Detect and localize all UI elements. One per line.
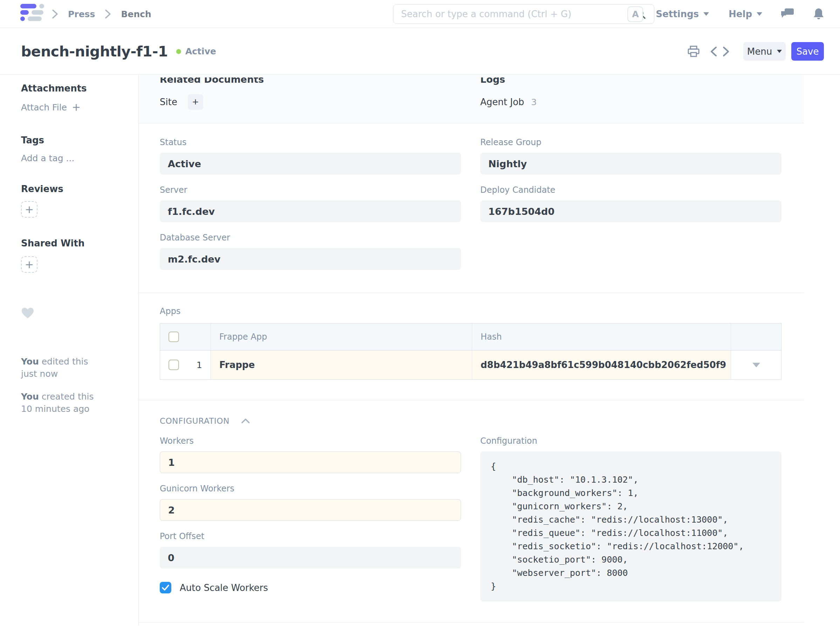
- column-header-hash: Hash: [481, 332, 502, 342]
- like-heart-icon[interactable]: [21, 307, 34, 319]
- next-document-button[interactable]: [721, 45, 731, 58]
- triangle-down-icon: [753, 363, 760, 367]
- agent-job-link[interactable]: Agent Job: [480, 97, 524, 107]
- form-dashboard: Related Documents Site + Logs Agent Job …: [139, 75, 804, 124]
- apps-table-header: Frappe App Hash: [160, 324, 781, 351]
- bell-icon: [813, 7, 824, 21]
- related-documents-heading: Related Documents: [160, 77, 461, 85]
- add-review-button[interactable]: +: [21, 201, 37, 218]
- deploy-candidate-field[interactable]: 167b1504d0: [480, 200, 782, 222]
- deploy-candidate-label: Deploy Candidate: [480, 185, 782, 195]
- frappe-app-cell[interactable]: Frappe: [211, 351, 472, 379]
- gunicorn-workers-label: Gunicorn Workers: [160, 484, 461, 493]
- navbar-right: A Settings Help: [628, 0, 824, 28]
- chevron-down-icon: [777, 50, 782, 53]
- chevron-down-icon: [703, 12, 709, 16]
- breadcrumb: Press Bench: [51, 0, 151, 28]
- edited-note: You edited this just now: [21, 355, 138, 380]
- chevron-down-icon: [757, 12, 762, 16]
- column-header-frappe-app: Frappe App: [219, 332, 267, 342]
- reviews-heading: Reviews: [21, 184, 138, 194]
- chevron-up-icon: [240, 418, 250, 424]
- print-icon: [687, 45, 700, 58]
- workers-label: Workers: [160, 436, 461, 446]
- print-button[interactable]: [687, 45, 700, 58]
- breadcrumb-bench[interactable]: Bench: [121, 9, 151, 19]
- frappe-cloud-logo-icon[interactable]: [20, 4, 44, 21]
- page-title: bench-nightly-f1-1: [21, 43, 168, 60]
- agent-job-count: 3: [531, 97, 537, 107]
- status-field[interactable]: Active: [160, 153, 461, 175]
- menu-button[interactable]: Menu: [743, 42, 786, 61]
- form-body: Related Documents Site + Logs Agent Job …: [138, 75, 804, 626]
- port-offset-input[interactable]: 0: [160, 547, 461, 568]
- hash-cell[interactable]: d8b421b49a8bf61c599b048140cbb2062fed50f9: [472, 351, 731, 379]
- attach-file-button[interactable]: Attach File +: [21, 102, 138, 113]
- workers-input[interactable]: 1: [160, 451, 461, 473]
- add-share-button[interactable]: +: [21, 256, 37, 273]
- logs-heading: Logs: [480, 77, 782, 85]
- apps-table: Frappe App Hash 1 Frappe d8b421b49a8bf61…: [160, 323, 782, 380]
- table-row: 1 Frappe d8b421b49a8bf61c599b048140cbb20…: [160, 351, 781, 379]
- attachments-heading: Attachments: [21, 83, 138, 94]
- add-site-button[interactable]: +: [188, 94, 203, 110]
- fields-section: Status Active Server f1.fc.dev Database …: [139, 124, 804, 293]
- plus-icon: +: [72, 102, 81, 113]
- settings-label: Settings: [656, 9, 699, 19]
- release-group-label: Release Group: [480, 138, 782, 147]
- navbar: Press Bench A Settings Help: [0, 0, 840, 28]
- prev-document-button[interactable]: [709, 45, 718, 58]
- chat-button[interactable]: [781, 8, 795, 20]
- help-menu[interactable]: Help: [729, 9, 762, 19]
- chevron-right-icon: [721, 45, 731, 58]
- chat-icon: [781, 8, 795, 20]
- gunicorn-workers-input[interactable]: 2: [160, 499, 461, 521]
- chevron-left-icon: [709, 45, 718, 58]
- notifications-button[interactable]: [813, 7, 824, 21]
- release-group-field[interactable]: Nightly: [480, 153, 782, 175]
- shared-with-heading: Shared With: [21, 238, 138, 249]
- active-dot-icon: [176, 49, 181, 54]
- chevron-right-icon: [104, 9, 112, 19]
- configuration-section: CONFIGURATION Workers 1 Gunicorn Workers…: [139, 400, 804, 623]
- save-button[interactable]: Save: [791, 42, 824, 61]
- plus-icon: +: [25, 204, 34, 215]
- created-note: You created this 10 minutes ago: [21, 390, 138, 415]
- server-label: Server: [160, 185, 461, 195]
- search-input[interactable]: [401, 9, 635, 19]
- auto-scale-workers-checkbox[interactable]: [160, 582, 171, 593]
- tags-heading: Tags: [21, 135, 138, 146]
- configuration-label: Configuration: [480, 436, 782, 446]
- form-sidebar: Attachments Attach File + Tags Add a tag…: [0, 75, 138, 626]
- breadcrumb-press[interactable]: Press: [68, 9, 95, 19]
- add-tag-input[interactable]: Add a tag ...: [21, 153, 138, 163]
- plus-icon: +: [25, 259, 34, 270]
- row-index: 1: [197, 360, 202, 370]
- status-indicator: Active: [176, 46, 216, 56]
- database-server-field[interactable]: m2.fc.dev: [160, 248, 461, 270]
- database-server-label: Database Server: [160, 233, 461, 243]
- avatar[interactable]: A: [628, 6, 643, 22]
- page-head: bench-nightly-f1-1 Active Menu Save: [0, 28, 840, 75]
- server-field[interactable]: f1.fc.dev: [160, 200, 461, 222]
- status-indicator-label: Active: [185, 46, 216, 56]
- settings-menu[interactable]: Settings: [656, 9, 709, 19]
- apps-label: Apps: [160, 306, 781, 316]
- site-link[interactable]: Site: [160, 97, 177, 107]
- status-label: Status: [160, 138, 461, 147]
- chevron-right-icon: [51, 9, 59, 19]
- configuration-json: { "db_host": "10.1.3.102", "background_w…: [480, 451, 782, 601]
- port-offset-label: Port Offset: [160, 531, 461, 541]
- check-icon: [162, 585, 169, 591]
- auto-scale-workers-label: Auto Scale Workers: [180, 582, 268, 593]
- configuration-section-toggle[interactable]: CONFIGURATION: [160, 416, 781, 426]
- row-checkbox[interactable]: [169, 360, 179, 370]
- apps-section: Apps Frappe App Hash 1 Frappe: [139, 293, 804, 400]
- help-label: Help: [729, 9, 752, 19]
- global-search[interactable]: [393, 4, 654, 24]
- select-all-checkbox[interactable]: [169, 332, 179, 342]
- plus-icon: +: [192, 96, 198, 108]
- row-expand-button[interactable]: [731, 351, 781, 379]
